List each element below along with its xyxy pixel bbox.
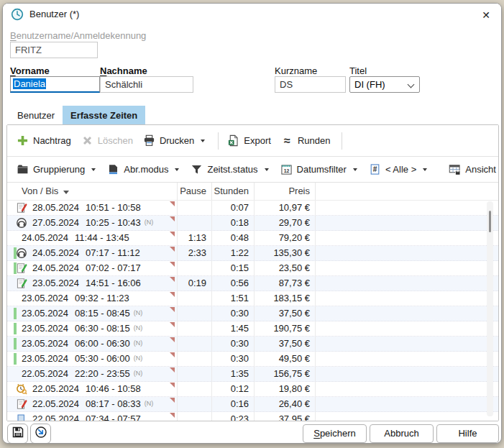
vertical-scrollbar[interactable] bbox=[487, 201, 493, 416]
datumsfilter-button[interactable]: 12Datumsfilter bbox=[280, 163, 359, 175]
vorname-input[interactable]: Daniela bbox=[10, 76, 100, 93]
close-icon[interactable]: ✕ bbox=[478, 7, 494, 23]
table-row[interactable]: 27.05.202410:25 - 10:43(N)0:1829,70 € bbox=[7, 216, 498, 231]
row-time-range: 11:44 - 13:45 bbox=[75, 231, 129, 245]
row-date: 28.05.2024 bbox=[32, 201, 79, 215]
billing-mode-icon bbox=[107, 163, 119, 175]
runden-button[interactable]: ≈Runden bbox=[281, 134, 331, 147]
row-filler bbox=[316, 352, 498, 366]
pause-cell bbox=[178, 397, 212, 411]
export-button[interactable]: Export bbox=[227, 134, 271, 147]
cancel-button[interactable]: Abbruch bbox=[370, 424, 434, 443]
table-row[interactable]: 24.05.202407:02 - 07:170:1523,50 € bbox=[7, 261, 498, 276]
column-header-von-bis[interactable]: Von / Bis bbox=[7, 183, 178, 200]
drucken-button[interactable]: Drucken bbox=[143, 134, 206, 147]
von-bis-cell: 23.05.202406:00 - 06:30(N) bbox=[7, 337, 178, 351]
folder-icon bbox=[17, 163, 29, 175]
table-row[interactable]: 23.05.202409:32 - 11:231:51183,15 € bbox=[7, 291, 498, 306]
pause-cell bbox=[178, 216, 212, 230]
column-header-preis[interactable]: Preis bbox=[255, 183, 316, 200]
dropdown-arrow-icon[interactable] bbox=[423, 168, 427, 171]
note-corner-icon bbox=[170, 247, 175, 252]
save-icon-button[interactable] bbox=[7, 424, 28, 444]
row-date: 22.05.2024 bbox=[32, 397, 79, 411]
row-date: 24.05.2024 bbox=[32, 261, 79, 275]
stunden-cell: 1:35 bbox=[212, 367, 255, 381]
note-corner-icon bbox=[170, 398, 175, 403]
table-row[interactable]: 23.05.202414:51 - 16:060:190:5687,73 € bbox=[7, 276, 498, 291]
table-row[interactable]: 23.05.202406:00 - 06:30(N)0:3037,50 € bbox=[7, 337, 498, 352]
tab-erfasste-zeiten[interactable]: Erfasste Zeiten bbox=[63, 106, 145, 124]
preis-cell: 37,50 € bbox=[255, 306, 316, 321]
dropdown-arrow-icon[interactable] bbox=[91, 168, 96, 171]
tab-bar: BenutzerErfasste Zeiten bbox=[9, 106, 145, 124]
titel-select[interactable]: DI (FH) bbox=[349, 76, 420, 93]
row-date: 22.05.2024 bbox=[32, 382, 79, 396]
dropdown-arrow-icon[interactable] bbox=[201, 140, 205, 142]
alle-button[interactable]: #< Alle > bbox=[369, 163, 429, 175]
table-row[interactable]: 24.05.202411:44 - 13:451:130:4879,20 € bbox=[7, 231, 498, 246]
row-time-range: 07:17 - 11:12 bbox=[86, 246, 140, 260]
dropdown-arrow-icon[interactable] bbox=[175, 168, 179, 171]
tab-benutzer[interactable]: Benutzer bbox=[9, 106, 63, 124]
table-row[interactable]: 23.05.202408:15 - 08:45(N)0:3037,50 € bbox=[7, 306, 498, 321]
abr-modus-button[interactable]: Abr.modus bbox=[107, 163, 180, 175]
kurzname-input[interactable] bbox=[275, 76, 346, 93]
row-date: 24.05.2024 bbox=[22, 231, 68, 245]
row-filler bbox=[316, 261, 498, 275]
night-marker: (N) bbox=[134, 336, 143, 350]
hash-number-icon: # bbox=[369, 163, 381, 175]
stunden-cell: 0:15 bbox=[212, 261, 255, 275]
username-input[interactable] bbox=[10, 42, 98, 58]
table-row[interactable]: 22.05.202408:17 - 08:33(N)0:1626,40 € bbox=[7, 397, 498, 412]
row-date: 27.05.2024 bbox=[32, 216, 79, 230]
table-row[interactable]: 22.05.202407:34 - 07:570:2337,95 € bbox=[7, 412, 498, 421]
column-header-stunden[interactable]: Stunden bbox=[212, 183, 255, 200]
table-row[interactable]: 23.05.202406:30 - 08:15(N)1:45190,75 € bbox=[7, 321, 498, 337]
save-button[interactable]: Speichern bbox=[303, 424, 367, 443]
scrollbar-thumb[interactable] bbox=[489, 211, 491, 232]
preis-cell: 29,70 € bbox=[255, 216, 316, 230]
table-row[interactable]: 23.05.202405:30 - 06:00(N)0:3049,50 € bbox=[7, 352, 498, 367]
apply-next-icon-button[interactable] bbox=[30, 424, 51, 444]
nachtrag-button[interactable]: Nachtrag bbox=[17, 134, 71, 147]
note-corner-icon bbox=[170, 337, 175, 342]
preis-cell: 19,80 € bbox=[255, 382, 316, 396]
table-row[interactable]: 24.05.202407:17 - 11:122:331:22135,30 € bbox=[7, 246, 498, 261]
ansicht-button[interactable]: Ansicht bbox=[449, 163, 499, 175]
stunden-cell: 1:51 bbox=[212, 291, 255, 306]
stunden-cell: 1:45 bbox=[212, 321, 255, 336]
von-bis-cell: 23.05.202406:30 - 08:15(N) bbox=[7, 321, 178, 336]
pause-cell bbox=[178, 352, 212, 366]
stunden-cell: 0:48 bbox=[212, 231, 255, 245]
row-filler bbox=[316, 201, 498, 215]
svg-text:12: 12 bbox=[283, 168, 289, 173]
toolbar-button-label: Datumsfilter bbox=[297, 164, 347, 175]
von-bis-cell: 22.05.202408:17 - 08:33(N) bbox=[7, 397, 178, 411]
night-marker: (N) bbox=[134, 351, 143, 365]
dropdown-arrow-icon[interactable] bbox=[353, 168, 357, 171]
help-button[interactable]: Hilfe bbox=[436, 424, 499, 443]
green-status-bar bbox=[14, 308, 17, 319]
row-filler bbox=[316, 306, 498, 321]
table-row[interactable]: 28.05.202410:51 - 10:580:0710,97 € bbox=[7, 201, 498, 216]
table-header: Von / BisPauseStundenPreis bbox=[7, 183, 498, 201]
zeitst-status-button[interactable]: Zeitst.status bbox=[191, 163, 270, 175]
kurzname-label: Kurzname bbox=[275, 65, 317, 76]
titlebar: Benutzer (*) ✕ bbox=[3, 4, 501, 25]
table-row[interactable]: 22.05.202410:46 - 10:580:1219,80 € bbox=[7, 382, 498, 397]
preis-cell: 37,50 € bbox=[255, 337, 316, 351]
gruppierung-button[interactable]: Gruppierung bbox=[17, 163, 97, 175]
note-corner-icon bbox=[170, 367, 175, 372]
dropdown-arrow-icon[interactable] bbox=[265, 168, 269, 171]
preis-cell: 87,73 € bbox=[255, 276, 316, 291]
row-date: 23.05.2024 bbox=[22, 352, 68, 366]
column-header-pause[interactable]: Pause bbox=[178, 183, 212, 200]
toolbar-main: NachtragLöschenDruckenExport≈Runden bbox=[7, 125, 498, 157]
note-corner-icon bbox=[170, 292, 175, 297]
table-row[interactable]: 22.05.202422:20 - 23:55(N)1:35156,75 € bbox=[7, 367, 498, 382]
row-date: 23.05.2024 bbox=[22, 291, 68, 306]
floppy-disk-icon bbox=[12, 426, 24, 442]
excel-export-icon bbox=[227, 134, 239, 147]
nachname-input[interactable] bbox=[100, 76, 193, 93]
